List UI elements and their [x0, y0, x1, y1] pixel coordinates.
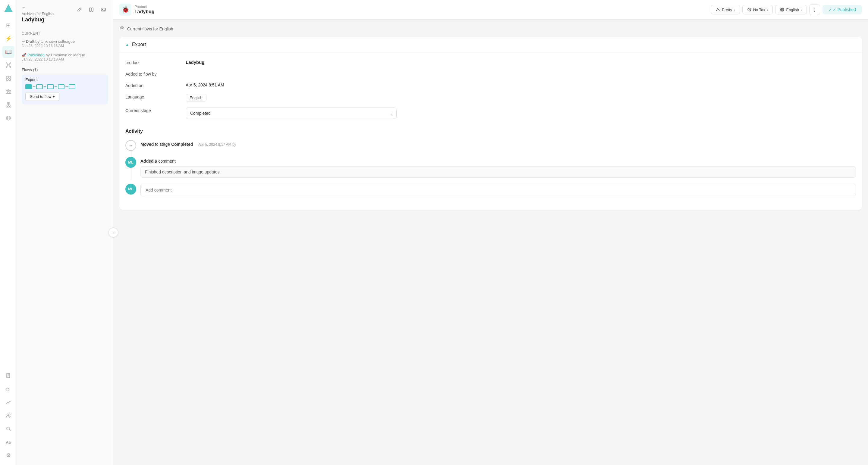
stage-3: [47, 84, 54, 89]
language-label: Language: [125, 94, 186, 99]
activity-item-comment: ML Added a comment Finished description …: [125, 157, 856, 178]
activity-title: Activity: [125, 129, 856, 134]
nodes-icon[interactable]: [2, 59, 14, 71]
product-field-row: product Ladybug: [125, 60, 856, 65]
svg-point-48: [120, 28, 122, 29]
image-button[interactable]: [98, 5, 108, 14]
a-comment-text: a comment: [155, 159, 176, 164]
added-by-field-row: Added to flow by: [125, 71, 856, 76]
no-tax-button[interactable]: No Tax ↓: [742, 5, 773, 14]
book-icon[interactable]: 📖: [2, 46, 14, 58]
product-field-label: product: [125, 60, 186, 65]
english-button[interactable]: English ↓: [775, 5, 807, 14]
lightning-icon[interactable]: ⚡: [2, 33, 14, 44]
added-on-value: Apr 5, 2024 8:51 AM: [186, 82, 856, 87]
english-label: English: [786, 7, 799, 12]
comment-text: Finished description and image updates.: [141, 166, 856, 178]
globe-icon[interactable]: [2, 112, 14, 124]
export-header[interactable]: ▲ Export: [119, 37, 862, 53]
stage-value: Completed ↓: [186, 107, 397, 119]
dashboard-icon[interactable]: ⊞: [2, 19, 14, 31]
svg-point-35: [7, 414, 9, 416]
svg-rect-11: [6, 76, 8, 78]
add-comment-input[interactable]: [141, 184, 856, 196]
product-field-value: Ladybug: [186, 60, 856, 65]
current-user-avatar: ML: [125, 184, 136, 195]
more-options-button[interactable]: ⋮: [809, 4, 820, 15]
toolbar-icons: [74, 5, 108, 14]
product-icon: 🐞: [119, 4, 131, 16]
stage-connector-3: [55, 87, 57, 87]
translate-icon[interactable]: Aa: [2, 436, 14, 448]
published-date: Jan 28, 2022 10:13:18 AM: [22, 57, 108, 61]
svg-rect-13: [6, 78, 8, 80]
svg-point-2: [7, 64, 9, 66]
export-card: ▲ Export product Ladybug Added to flow b…: [119, 37, 862, 210]
left-panel-wrapper: ← Archives for English Ladybug: [17, 0, 113, 465]
stage-label: Current stage: [125, 107, 186, 113]
hierarchy-icon[interactable]: [2, 99, 14, 111]
settings-icon[interactable]: ⚙: [2, 449, 14, 461]
added-by-label: Added to flow by: [125, 71, 186, 76]
users-icon[interactable]: [2, 409, 14, 422]
product-info: 🐞 Product Ladybug: [119, 4, 707, 16]
current-label: Current: [17, 29, 113, 37]
view-button[interactable]: [87, 5, 96, 14]
svg-line-7: [7, 64, 7, 65]
add-comment-row: ML: [125, 184, 856, 196]
svg-point-51: [122, 27, 123, 27]
flow-item-export[interactable]: Export Send to flow +: [22, 74, 108, 104]
rocket-icon: 🚀: [22, 53, 26, 57]
svg-rect-40: [92, 8, 93, 11]
draft-version[interactable]: ✏ Draft by Unknown colleague Jan 28, 202…: [17, 37, 113, 50]
edit-button[interactable]: [74, 5, 84, 14]
collapse-panel-button[interactable]: ‹: [108, 228, 118, 237]
draft-label: ✏ Draft by Unknown colleague: [22, 39, 108, 44]
commenter-avatar: ML: [125, 157, 136, 168]
stage-4: [58, 84, 64, 89]
pretty-chevron: ↓: [734, 8, 735, 11]
published-version[interactable]: 🚀 Published by Unknown colleague Jan 28,…: [17, 50, 113, 64]
product-label: Product: [134, 5, 155, 9]
flows-header-icon: [119, 26, 125, 32]
svg-point-16: [7, 91, 9, 93]
language-field-row: Language English: [125, 94, 856, 101]
expand-icon: ▲: [125, 42, 129, 47]
camera-icon[interactable]: [2, 86, 14, 98]
activity-move-text: Moved to stage Completed · Apr 5, 2024 8…: [141, 142, 236, 147]
svg-point-36: [9, 414, 10, 415]
activity-comment-text: Added a comment: [141, 159, 176, 164]
pretty-button[interactable]: Pretty ↓: [711, 5, 740, 14]
svg-point-49: [123, 28, 124, 29]
stage-1: [25, 84, 32, 89]
svg-point-42: [102, 9, 103, 10]
svg-rect-12: [9, 76, 10, 78]
pretty-label: Pretty: [722, 7, 732, 12]
svg-point-4: [10, 63, 11, 64]
app-logo[interactable]: [4, 4, 13, 13]
to-stage-text: to stage: [155, 142, 171, 147]
doc-icon[interactable]: [2, 370, 14, 382]
grid-icon[interactable]: [2, 72, 14, 84]
analytics-icon[interactable]: [2, 396, 14, 408]
completed-label: Completed: [171, 142, 193, 147]
published-button[interactable]: ✓ ✓ Published: [823, 5, 862, 14]
tag-icon[interactable]: [2, 383, 14, 395]
activity-line-2: [131, 168, 131, 180]
stage-5: [69, 84, 75, 89]
svg-rect-19: [8, 106, 9, 107]
svg-rect-14: [9, 78, 10, 80]
top-bar: 🐞 Product Ladybug Pretty ↓ No Tax ↓: [113, 0, 868, 20]
language-badge: English: [186, 94, 207, 101]
export-title: Export: [132, 42, 146, 47]
back-button[interactable]: ←: [22, 5, 54, 9]
activity-item-move: → Moved to stage Completed · Apr 5, 2024…: [125, 140, 856, 151]
added-label: Added: [141, 159, 154, 164]
send-to-flow-button[interactable]: Send to flow +: [25, 92, 59, 101]
stage-connector-1: [33, 87, 35, 87]
export-content: product Ladybug Added to flow by Added o…: [119, 53, 862, 210]
stage-2: [36, 84, 43, 89]
stage-select[interactable]: Completed ↓: [186, 107, 397, 119]
added-on-label: Added on: [125, 82, 186, 88]
search-icon[interactable]: [2, 423, 14, 435]
